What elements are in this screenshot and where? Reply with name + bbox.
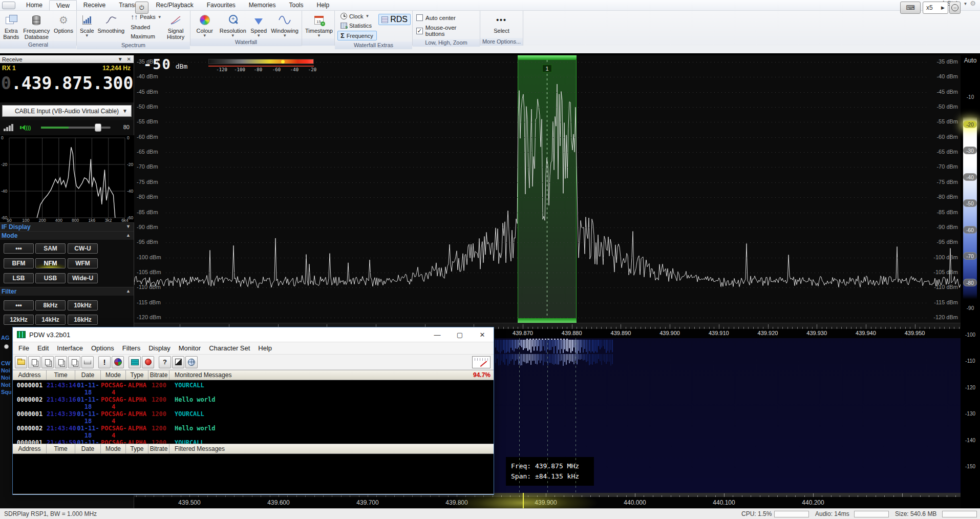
mode-button-nfm[interactable]: NFM xyxy=(35,258,66,268)
pdw-title-bar[interactable]: PDW v3.2b01 — ▢ ✕ xyxy=(13,327,494,342)
print-button[interactable] xyxy=(81,356,94,368)
signal-meter-button[interactable] xyxy=(472,356,491,368)
pdw-menu-edit[interactable]: Edit xyxy=(33,343,53,353)
column-header-address[interactable]: Address xyxy=(13,370,47,380)
options-button[interactable]: ⚙Options xyxy=(52,12,75,40)
alert-button[interactable]: ! xyxy=(98,356,111,368)
save-page-button[interactable] xyxy=(68,356,80,368)
collapsed-section-4[interactable]: Not xyxy=(1,382,10,388)
filter-button-16khz[interactable]: 16kHz xyxy=(68,315,98,325)
volume-handle[interactable] xyxy=(95,123,101,132)
checkbox-checked-icon[interactable]: ✓ xyxy=(416,28,423,34)
tab-favourites[interactable]: Favourites xyxy=(200,0,242,10)
open-file-button[interactable] xyxy=(15,356,27,368)
tab-help[interactable]: Help xyxy=(310,0,336,10)
filter-button-10khz[interactable]: 10kHz xyxy=(68,300,98,310)
mode-header[interactable]: Mode▲ xyxy=(0,231,134,240)
filter-button-item[interactable]: ••• xyxy=(4,300,34,310)
pdw-menu-display[interactable]: Display xyxy=(144,343,175,353)
tab-view[interactable]: View xyxy=(49,0,77,10)
mouse-over-buttons-checkbox[interactable]: ✓Mouse-over buttons xyxy=(414,24,478,38)
column-header-address[interactable]: Address xyxy=(13,444,47,453)
range-handle--30[interactable]: -30 xyxy=(963,147,977,154)
close-button[interactable]: ✕ xyxy=(471,327,494,342)
monitor-button[interactable] xyxy=(129,356,141,368)
if-display-header[interactable]: IF Display▼ xyxy=(0,222,134,231)
range-handle--50[interactable]: -50 xyxy=(963,199,977,207)
collapsed-section-2[interactable]: Noi xyxy=(1,367,10,373)
help-button[interactable]: ? xyxy=(159,356,171,368)
column-header-messages[interactable]: Filtered Messages xyxy=(169,444,494,453)
frequency-database-button[interactable]: Frequency Database xyxy=(21,12,52,40)
maximum-button[interactable]: Maximum xyxy=(127,32,162,40)
clock-button[interactable]: Clock▼ xyxy=(337,12,377,20)
windowing-button[interactable]: Windowing▼ xyxy=(269,12,300,37)
pdw-menu-character-set[interactable]: Character Set xyxy=(205,343,254,353)
mode-button-lsb[interactable]: LSB xyxy=(4,273,34,283)
column-header-date[interactable]: Date xyxy=(75,444,101,453)
table-row[interactable]: 000000221:43:4001-11-18POCSAG-4ALPHA1200… xyxy=(13,425,494,439)
collapsed-section-3[interactable]: Noi xyxy=(1,375,10,381)
select-button[interactable]: •••Select xyxy=(492,12,511,37)
keyboard-entry-button[interactable]: ⌨ xyxy=(900,2,921,14)
checkbox-unchecked-icon[interactable] xyxy=(416,14,423,21)
range-handle--80[interactable]: -80 xyxy=(963,279,977,286)
column-header-mode[interactable]: Mode xyxy=(101,370,126,380)
level-bars-icon[interactable] xyxy=(4,124,13,131)
resolution-button[interactable]: Resolution▼ xyxy=(218,12,248,37)
collapsed-section-0[interactable]: AG xyxy=(1,335,10,341)
range-handle--40[interactable]: -40 xyxy=(963,173,977,181)
column-header-time[interactable]: Time xyxy=(47,444,75,453)
palette-gradient-bar[interactable] xyxy=(208,59,314,64)
maximize-button[interactable]: ▢ xyxy=(449,327,471,342)
table-row[interactable]: 000000121:43:5901-11-18POCSAG-4ALPHA1200… xyxy=(13,439,494,444)
speaker-icon[interactable]: ))) xyxy=(20,124,31,131)
auto-center-checkbox[interactable]: Auto center xyxy=(414,13,478,22)
column-header-mode[interactable]: Mode xyxy=(101,444,126,453)
mode-button-wide-u[interactable]: Wide-U xyxy=(68,273,98,283)
filter-button-12khz[interactable]: 12kHz xyxy=(4,315,34,325)
invert-button[interactable] xyxy=(172,356,184,368)
radio-icon[interactable] xyxy=(4,344,9,349)
app-menu-button[interactable] xyxy=(2,2,15,9)
extra-bands-button[interactable]: Extra Bands xyxy=(2,12,20,40)
filter-header[interactable]: Filter▲ xyxy=(0,287,134,296)
mode-button-bfm[interactable]: BFM xyxy=(4,258,34,268)
statistics-button[interactable]: Statistics xyxy=(337,22,377,30)
chevron-up-icon[interactable]: ▲ xyxy=(126,233,131,238)
mode-button-item[interactable]: ••• xyxy=(4,243,34,254)
range-handle--60[interactable]: -60 xyxy=(963,226,977,234)
pdw-menu-options[interactable]: Options xyxy=(87,343,118,353)
collapsed-section-1[interactable]: CW xyxy=(1,360,10,366)
column-header-time[interactable]: Time xyxy=(47,370,75,380)
rx-marker-badge[interactable]: 1 xyxy=(542,65,552,72)
panel-dropdown-icon[interactable]: ▼ xyxy=(118,56,123,62)
chevron-up-icon[interactable]: ▲ xyxy=(126,288,131,294)
column-header-type[interactable]: Type xyxy=(126,370,148,380)
frequency-button[interactable]: ΣFrequency xyxy=(337,31,377,40)
pdw-menu-monitor[interactable]: Monitor xyxy=(175,343,205,353)
mode-button-wfm[interactable]: WFM xyxy=(68,258,98,268)
tab-receive[interactable]: Receive xyxy=(77,0,112,10)
mode-button-sam[interactable]: SAM xyxy=(35,243,66,254)
tab-home[interactable]: Home xyxy=(19,0,49,10)
tuning-band-top-cap[interactable] xyxy=(518,55,577,60)
span-reset-button[interactable]: ↔ xyxy=(949,2,961,14)
range-handle--20[interactable]: -20 xyxy=(963,120,977,128)
pdw-menu-interface[interactable]: Interface xyxy=(53,343,87,353)
filter-button-8khz[interactable]: 8kHz xyxy=(35,300,66,310)
tab-memories[interactable]: Memories xyxy=(242,0,283,10)
column-header-type[interactable]: Type xyxy=(126,444,148,453)
column-header-date[interactable]: Date xyxy=(75,370,101,380)
mode-button-usb[interactable]: USB xyxy=(35,273,66,283)
rf-spectrum[interactable]: 1 -35 dBm-35 dBm-40 dBm-40 dBm-45 dBm-45… xyxy=(134,55,961,323)
copy-page-button[interactable] xyxy=(41,356,54,368)
minimize-button[interactable]: — xyxy=(426,327,449,342)
scale-button[interactable]: Scale▼ xyxy=(78,12,96,40)
column-header-messages[interactable]: Monitored Messages xyxy=(169,370,467,380)
collapsed-section-5[interactable]: Squ xyxy=(1,389,12,395)
column-header-bitrate[interactable]: Bitrate xyxy=(148,370,169,380)
power-button[interactable]: ⏻ xyxy=(135,2,148,14)
color-wheel-button[interactable] xyxy=(112,356,124,368)
speed-button[interactable]: Speed▼ xyxy=(248,12,269,37)
